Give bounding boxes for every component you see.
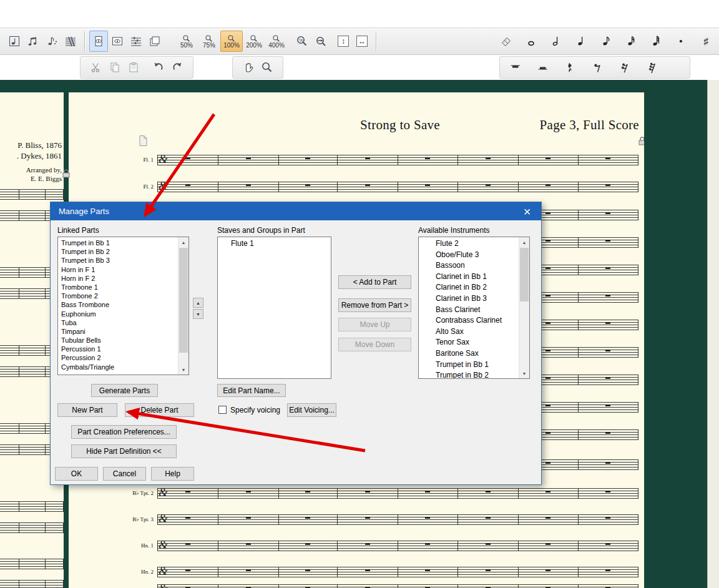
list-item[interactable]: Trumpet in Bb 2 — [419, 370, 519, 379]
eighth-rest-button[interactable] — [589, 57, 607, 78]
zoom-200-button[interactable]: 200% — [243, 31, 265, 52]
zoom-400-button[interactable]: 400% — [265, 31, 288, 52]
list-item[interactable]: Percussion 2 — [58, 353, 178, 362]
sharp-button[interactable]: ♯ — [697, 31, 715, 52]
list-item[interactable]: Timpani — [58, 327, 178, 336]
list-item[interactable]: Flute 2 — [419, 238, 519, 250]
list-item[interactable]: Trumpet in Bb 2 — [58, 247, 178, 256]
dialog-close-button[interactable]: × — [513, 202, 541, 220]
eighth-note-button[interactable] — [597, 31, 615, 52]
thirtysecond-note-button[interactable] — [647, 31, 665, 52]
move-up-button[interactable]: Move Up — [338, 318, 411, 331]
list-item[interactable]: Euphonium — [58, 310, 178, 318]
list-item[interactable]: Alto Sax — [419, 326, 519, 338]
list-item[interactable]: Contrabass Clarinet — [419, 315, 519, 326]
reorder-down-button[interactable]: ▼ — [193, 309, 203, 319]
zoom-100-button[interactable]: 100% — [220, 31, 243, 52]
linked-parts-scrollbar[interactable]: ▲ ▼ — [178, 237, 188, 375]
ok-button[interactable]: OK — [55, 467, 98, 481]
list-item[interactable]: Tenor Sax — [419, 337, 519, 348]
redo-button[interactable] — [168, 57, 187, 78]
edit-part-name-button[interactable]: Edit Part Name... — [217, 384, 286, 397]
edit-voicing-button[interactable]: Edit Voicing... — [287, 403, 336, 417]
paste-button[interactable] — [124, 57, 143, 78]
move-down-button[interactable]: Move Down — [338, 338, 411, 351]
scrollbar-thumb[interactable] — [520, 248, 529, 301]
augmentation-dot-button[interactable]: • — [672, 31, 690, 52]
hide-part-definition-button[interactable]: Hide Part Definition << — [71, 444, 177, 458]
sixteenth-rest-button[interactable] — [616, 57, 635, 78]
cancel-button[interactable]: Cancel — [103, 467, 146, 481]
staff-tool-button[interactable] — [61, 31, 80, 52]
list-item[interactable]: Cymbals/Triangle — [58, 363, 178, 371]
list-item[interactable]: Trumpet in Bb 1 — [58, 238, 178, 247]
vertical-scrollbar[interactable] — [707, 80, 719, 588]
part-creation-preferences-button[interactable]: Part Creation Preferences... — [71, 425, 177, 439]
dialog-titlebar[interactable]: Manage Parts × — [51, 202, 541, 220]
list-item[interactable]: Tubular Bells — [58, 336, 178, 345]
thirtysecond-rest-button[interactable] — [643, 57, 662, 78]
linked-parts-list[interactable]: Trumpet in Bb 1Trumpet in Bb 2Trumpet in… — [57, 237, 189, 375]
add-to-part-button[interactable]: < Add to Part — [338, 275, 411, 289]
eraser-button[interactable] — [497, 31, 516, 52]
reorder-up-button[interactable]: ▲ — [193, 298, 203, 308]
fit-width-button[interactable]: ↔ — [353, 31, 371, 52]
copy-button[interactable] — [105, 57, 124, 78]
whole-note-button[interactable] — [522, 31, 540, 52]
available-instruments-scrollbar[interactable]: ▲ ▼ — [519, 237, 529, 378]
list-item[interactable]: Clarinet in Bb 1 — [419, 272, 519, 283]
list-item[interactable]: Baritone Sax — [419, 348, 519, 360]
lock-icon[interactable] — [638, 136, 644, 149]
list-item[interactable]: Oboe/Flute 3 — [419, 250, 519, 261]
list-item[interactable]: Bass Clarinet — [419, 305, 519, 316]
list-item[interactable]: Percussion 1 — [58, 345, 178, 353]
quarter-note-button[interactable] — [572, 31, 590, 52]
sixteenth-note-button[interactable] — [622, 31, 640, 52]
zoom-tool-button[interactable] — [311, 31, 330, 52]
undo-button[interactable] — [149, 57, 168, 78]
whole-rest-button[interactable] — [506, 57, 525, 78]
remove-from-part-button[interactable]: Remove from Part > — [338, 298, 411, 312]
list-item[interactable]: Clarinet in Bb 2 — [419, 282, 519, 293]
help-button[interactable]: Help — [151, 467, 194, 481]
speedy-entry-tool-button[interactable] — [24, 31, 42, 52]
documents-button[interactable] — [145, 31, 164, 52]
scroll-up-icon[interactable]: ▲ — [179, 237, 188, 247]
list-item[interactable]: Trombone 2 — [58, 292, 178, 300]
scroll-down-icon[interactable]: ▼ — [179, 365, 188, 375]
delete-part-button[interactable]: Delete Part — [125, 403, 194, 417]
scroll-view-button[interactable] — [108, 31, 127, 52]
quarter-rest-button[interactable] — [561, 57, 580, 78]
list-item[interactable]: Bass Trombone — [58, 300, 178, 309]
list-item[interactable]: Horn in F 1 — [58, 265, 178, 274]
specify-voicing-checkbox[interactable] — [218, 406, 227, 414]
note-entry-tool-button[interactable] — [5, 31, 24, 52]
fit-height-button[interactable]: ↕ — [334, 31, 353, 52]
studio-view-button[interactable] — [127, 31, 145, 52]
zoom-75-button[interactable]: 75% — [198, 31, 220, 52]
generate-parts-button[interactable]: Generate Parts — [91, 384, 158, 397]
list-item[interactable]: Trombone 1 — [58, 283, 178, 292]
text-frame-icon[interactable] — [139, 135, 148, 149]
magnify-button[interactable] — [258, 57, 276, 78]
scroll-up-icon[interactable]: ▲ — [519, 237, 529, 247]
list-item[interactable]: Bassoon — [419, 260, 519, 272]
list-item[interactable]: Trumpet in Bb 3 — [58, 256, 178, 265]
list-item[interactable]: Flute 1 — [218, 238, 331, 248]
half-note-button[interactable] — [547, 31, 565, 52]
available-instruments-list[interactable]: Flute 2Oboe/Flute 3BassoonClarinet in Bb… — [418, 237, 530, 379]
page-view-button[interactable] — [89, 31, 108, 52]
custom-zoom-button[interactable]: % — [293, 31, 311, 52]
hand-grabber-button[interactable] — [239, 57, 258, 78]
staves-in-part-list[interactable]: Flute 1 — [217, 237, 331, 379]
list-item[interactable]: Trumpet in Bb 1 — [419, 360, 519, 371]
list-item[interactable]: Tuba — [58, 318, 178, 327]
scrollbar-thumb[interactable] — [179, 248, 188, 353]
half-rest-button[interactable] — [534, 57, 552, 78]
cut-button[interactable] — [87, 57, 105, 78]
lock-icon[interactable] — [62, 169, 71, 181]
scroll-down-icon[interactable]: ▼ — [519, 368, 529, 378]
list-item[interactable]: Horn in F 2 — [58, 274, 178, 283]
midi-tool-button[interactable] — [42, 31, 61, 52]
zoom-50-button[interactable]: 50% — [175, 31, 198, 52]
